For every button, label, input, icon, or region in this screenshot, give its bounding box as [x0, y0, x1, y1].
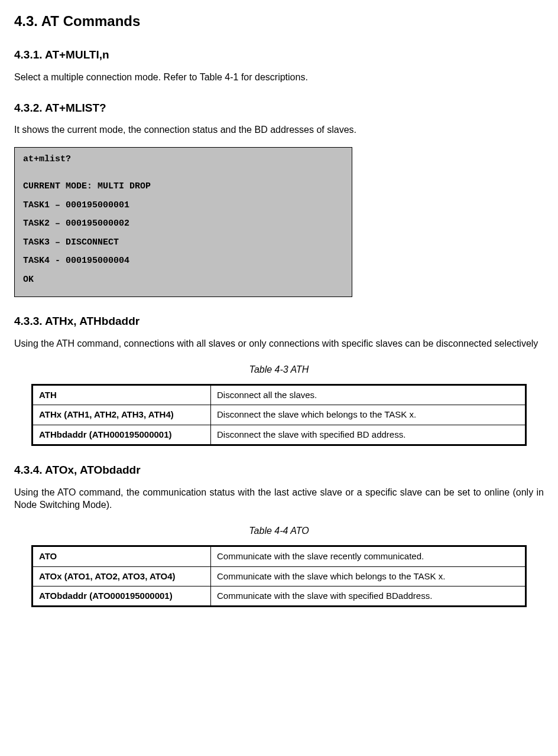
code-line: TASK4 - 000195000004	[23, 256, 343, 266]
table-row: ATHbdaddr (ATH000195000001) Disconnect t…	[33, 425, 526, 445]
paragraph: Using the ATH command, connections with …	[14, 337, 544, 350]
code-line: CURRENT MODE: MULTI DROP	[23, 182, 343, 192]
paragraph: Select a multiple connection mode. Refer…	[14, 71, 544, 84]
code-line	[23, 192, 343, 201]
table-row: ATH Disconnect all the slaves.	[33, 385, 526, 405]
paragraph: It shows the current mode, the connectio…	[14, 123, 544, 136]
table-cell-desc: Disconnect the slave with specified BD a…	[211, 425, 526, 445]
table-cell-desc: Disconnect all the slaves.	[211, 385, 526, 405]
table-cell-cmd: ATOx (ATO1, ATO2, ATO3, ATO4)	[33, 566, 211, 586]
paragraph: Using the ATO command, the communication…	[14, 486, 544, 511]
table-cell-cmd: ATHx (ATH1, ATH2, ATH3, ATH4)	[33, 405, 211, 425]
code-line	[23, 229, 343, 238]
heading-at-mlist: 4.3.2. AT+MLIST?	[14, 100, 544, 116]
code-line: OK	[23, 275, 343, 285]
heading-athx: 4.3.3. ATHx, ATHbdaddr	[14, 314, 544, 329]
table-cell-cmd: ATHbdaddr (ATH000195000001)	[33, 425, 211, 445]
code-block-mlist: at+mlist? CURRENT MODE: MULTI DROP TASK1…	[14, 147, 352, 298]
table-cell-cmd: ATObdaddr (ATO000195000001)	[33, 586, 211, 606]
code-line	[23, 210, 343, 219]
code-line	[23, 247, 343, 256]
table-caption-ath: Table 4-3 ATH	[14, 363, 544, 376]
table-cell-cmd: ATH	[33, 385, 211, 405]
heading-at-commands: 4.3. AT Commands	[14, 12, 544, 31]
table-cell-desc: Communicate with the slave recently comm…	[211, 546, 526, 566]
code-line	[23, 266, 343, 275]
table-row: ATHx (ATH1, ATH2, ATH3, ATH4) Disconnect…	[33, 405, 526, 425]
table-row: ATO Communicate with the slave recently …	[33, 546, 526, 566]
heading-at-multi: 4.3.1. AT+MULTI,n	[14, 47, 544, 63]
table-cell-desc: Disconnect the slave which belongs to th…	[211, 405, 526, 425]
table-caption-ato: Table 4-4 ATO	[14, 524, 544, 537]
code-line: TASK2 – 000195000002	[23, 219, 343, 229]
table-ato: ATO Communicate with the slave recently …	[31, 545, 527, 607]
table-cell-desc: Communicate with the slave with specifie…	[211, 586, 526, 606]
code-line: at+mlist?	[23, 155, 343, 165]
code-line: TASK1 – 000195000001	[23, 201, 343, 211]
table-cell-desc: Communicate with the slave which belongs…	[211, 566, 526, 586]
heading-atox: 4.3.4. ATOx, ATObdaddr	[14, 462, 544, 478]
table-row: ATObdaddr (ATO000195000001) Communicate …	[33, 586, 526, 606]
table-cell-cmd: ATO	[33, 546, 211, 566]
table-ath: ATH Disconnect all the slaves. ATHx (ATH…	[31, 384, 527, 446]
table-row: ATOx (ATO1, ATO2, ATO3, ATO4) Communicat…	[33, 566, 526, 586]
code-line: TASK3 – DISCONNECT	[23, 238, 343, 248]
code-line	[23, 164, 343, 173]
code-line	[23, 173, 343, 182]
